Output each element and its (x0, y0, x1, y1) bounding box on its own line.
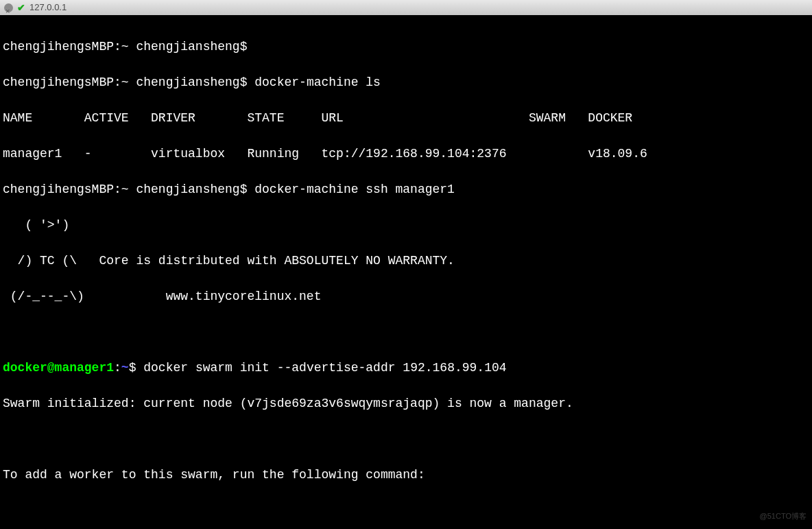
terminal-line: chengjihengsMBP:~ chengjiansheng$ docker… (3, 73, 809, 91)
banner-line: (/-_--_-\) www.tinycorelinux.net (3, 287, 809, 305)
terminal-line: docker@manager1:~$ docker swarm init --a… (3, 359, 809, 377)
shell-prompt: chengjihengsMBP:~ chengjiansheng$ (3, 183, 247, 196)
watermark-text: @51CTO博客 (760, 507, 807, 525)
blank-line (3, 502, 809, 519)
window-titlebar: ✔ 127.0.0.1 (0, 0, 812, 16)
ssh-prompt-path: ~ (121, 361, 129, 375)
command-text: docker-machine ls (247, 75, 380, 89)
ssh-prompt-colon: : (114, 361, 121, 375)
terminal-line: chengjihengsMBP:~ chengjiansheng$ (3, 38, 809, 56)
terminal-area[interactable]: chengjihengsMBP:~ chengjiansheng$ chengj… (0, 16, 812, 529)
terminal-line: chengjihengsMBP:~ chengjiansheng$ docker… (3, 180, 809, 198)
close-icon[interactable] (4, 3, 13, 12)
banner-line: /) TC (\ Core is distributed with ABSOLU… (3, 252, 809, 270)
blank-line (3, 323, 809, 341)
table-header: NAME ACTIVE DRIVER STATE URL SWARM DOCKE… (3, 109, 809, 127)
shell-prompt: chengjihengsMBP:~ chengjiansheng$ (3, 40, 247, 54)
output-line: Swarm initialized: current node (v7jsde6… (3, 395, 809, 412)
ssh-prompt-host: docker@manager1 (3, 361, 114, 375)
window-title: 127.0.0.1 (29, 0, 67, 16)
banner-line: ( '>') (3, 216, 809, 234)
output-line: To add a worker to this swarm, run the f… (3, 466, 809, 484)
shell-prompt: chengjihengsMBP:~ chengjiansheng$ (3, 75, 247, 89)
connected-check-icon: ✔ (17, 0, 25, 16)
command-text: docker-machine ssh manager1 (247, 183, 454, 196)
table-row: manager1 - virtualbox Running tcp://192.… (3, 145, 809, 163)
blank-line (3, 430, 809, 448)
command-text: docker swarm init --advertise-addr 192.1… (143, 361, 506, 375)
ssh-prompt-dollar: $ (129, 361, 144, 375)
